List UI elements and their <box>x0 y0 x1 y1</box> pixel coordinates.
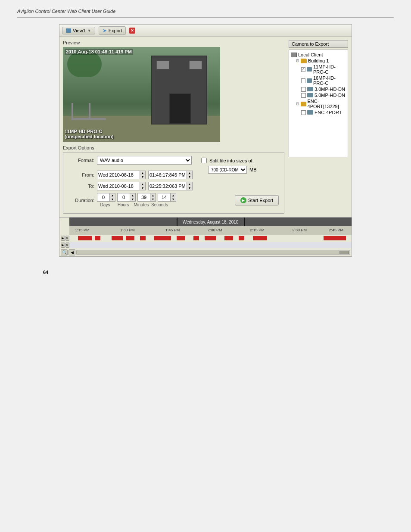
seconds-spinner[interactable]: ▲ ▼ <box>171 193 176 202</box>
tree-enc4port[interactable]: ENC-4PORT <box>291 109 346 115</box>
from-date-input[interactable] <box>97 171 140 179</box>
preview-area: 2010,Aug-18 01:48:11.419 PM 11MP-HD-PRO-… <box>63 47 220 142</box>
start-export-icon: ▶ <box>240 197 246 203</box>
tl-play-btn1[interactable]: ▶ <box>61 236 65 241</box>
camera-location: (unspecified location) <box>65 134 114 139</box>
hours-label: Hours <box>115 202 131 207</box>
minutes-spinner[interactable]: ▲ ▼ <box>150 193 156 202</box>
format-select[interactable]: WAV audio AVI MP4 Native <box>97 156 192 165</box>
hours-down[interactable]: ▼ <box>130 197 135 201</box>
camera-icon <box>66 28 71 33</box>
from-date-wrapper: ▲ ▼ <box>97 171 146 179</box>
options-right: Split file into sizes of: 700 (CD-ROM) 6… <box>201 156 279 210</box>
to-date-up[interactable]: ▲ <box>140 182 145 186</box>
5mp-checkbox[interactable] <box>301 93 306 98</box>
to-time-spinner[interactable]: ▲ ▼ <box>187 182 193 190</box>
preview-timestamp: 2010,Aug-18 01:48:11.419 PM <box>65 49 133 55</box>
11mp-checkbox[interactable]: ✓ <box>301 67 305 72</box>
5mp-label: 5.0MP-HD-DN <box>314 93 345 98</box>
from-date-spinner[interactable]: ▲ ▼ <box>140 171 146 179</box>
hours-up[interactable]: ▲ <box>130 193 135 197</box>
to-date-spinner[interactable]: ▲ ▼ <box>140 182 146 190</box>
seconds-input[interactable] <box>158 193 171 202</box>
timeline-track-row1: ▶ ⊕ <box>59 235 352 242</box>
to-date-down[interactable]: ▼ <box>140 186 145 190</box>
timeline-ruler[interactable]: 1:15 PM 1:30 PM 1:45 PM 2:00 PM 2:15 PM … <box>69 226 352 235</box>
scroll-bar[interactable] <box>76 250 350 255</box>
tl-play-btn2[interactable]: ▶ <box>61 243 65 248</box>
start-export-button[interactable]: ▶ Start Export <box>235 195 279 205</box>
tree-building1[interactable]: ⊟ Building 1 <box>291 58 346 64</box>
days-input[interactable] <box>97 193 110 202</box>
days-up[interactable]: ▲ <box>110 193 115 197</box>
from-date-up[interactable]: ▲ <box>140 171 145 175</box>
days-down[interactable]: ▼ <box>110 197 115 201</box>
to-date-input[interactable] <box>97 182 140 190</box>
tree-16mp[interactable]: 16MP-HD-PRO-C <box>291 75 346 86</box>
track-seg-7 <box>177 236 185 240</box>
playhead-to <box>244 218 245 226</box>
track-seg-4 <box>126 236 134 240</box>
tree-3mp[interactable]: 3.0MP-HD-DN <box>291 86 346 92</box>
split-checkbox[interactable] <box>201 158 207 163</box>
seconds-up[interactable]: ▲ <box>171 193 176 197</box>
from-time-down[interactable]: ▼ <box>187 175 192 179</box>
minutes-up[interactable]: ▲ <box>150 193 156 197</box>
16mp-label: 16MP-HD-PRO-C <box>313 75 346 86</box>
from-time-input[interactable] <box>148 171 187 179</box>
days-label: Days <box>97 202 113 207</box>
time-label-2: 1:45 PM <box>165 228 180 232</box>
cam-icon-16mp <box>307 78 312 83</box>
to-time-up[interactable]: ▲ <box>187 182 192 186</box>
view-tab[interactable]: View1 ▼ <box>62 27 95 34</box>
tl-expand-btn1[interactable]: ⊕ <box>65 236 70 241</box>
to-date-wrapper: ▲ ▼ <box>97 182 146 190</box>
export-button[interactable]: ➤ Export <box>99 26 126 35</box>
11mp-label: 11MP-HD-PRO-C <box>313 64 346 75</box>
app-window: View1 ▼ ➤ Export ✕ Preview <box>59 24 352 257</box>
track1[interactable] <box>69 235 352 241</box>
view-tab-label: View1 <box>73 28 86 33</box>
camera-tree[interactable]: Local Client ⊟ Building 1 ✓ 11MP-HD-PRO-… <box>289 50 348 157</box>
seconds-down[interactable]: ▼ <box>171 197 176 201</box>
tl-track-controls1: ▶ ⊕ <box>59 236 69 241</box>
to-time-down[interactable]: ▼ <box>187 186 192 190</box>
minutes-wrapper: ▲ ▼ <box>137 193 156 202</box>
page-number: 64 <box>17 270 394 275</box>
duration-fields: ▲ ▼ ▲ <box>97 193 176 207</box>
days-spinner[interactable]: ▲ ▼ <box>110 193 115 202</box>
timeline-section: Wednesday, August 18, 2010 1:15 PM 1:30 … <box>59 217 352 256</box>
split-size-select[interactable]: 700 (CD-ROM) 650 (CD-ROM) 4700 (DVD) <box>208 166 247 174</box>
tree-5mp[interactable]: 5.0MP-HD-DN <box>291 92 346 98</box>
toolbar: View1 ▼ ➤ Export ✕ <box>59 25 352 37</box>
hours-spinner[interactable]: ▲ ▼ <box>130 193 136 202</box>
enc4port-checkbox[interactable] <box>301 110 306 115</box>
tree-enc4port-group[interactable]: ⊟ ENC-4PORT[13229] <box>291 98 346 109</box>
enc-expand-icon: ⊟ <box>296 102 299 106</box>
minutes-down[interactable]: ▼ <box>150 197 156 201</box>
tl-expand-btn2[interactable]: ⊕ <box>65 243 70 248</box>
track2[interactable] <box>69 242 352 248</box>
building1-label: Building 1 <box>308 58 329 63</box>
minutes-input[interactable] <box>137 193 150 202</box>
from-label: From: <box>68 172 94 177</box>
tree-11mp[interactable]: ✓ 11MP-HD-PRO-C <box>291 64 346 75</box>
3mp-checkbox[interactable] <box>301 87 306 92</box>
tree-local-client[interactable]: Local Client <box>291 52 346 58</box>
from-time-spinner[interactable]: ▲ ▼ <box>187 171 193 179</box>
track-seg-10 <box>224 236 233 240</box>
from-time-up[interactable]: ▲ <box>187 171 192 175</box>
scroll-thumb[interactable] <box>339 251 349 254</box>
zoom-in-btn[interactable]: 🔍 <box>61 249 68 255</box>
16mp-checkbox[interactable] <box>301 78 305 83</box>
hours-input[interactable] <box>117 193 130 202</box>
track-seg-12 <box>253 236 267 240</box>
mb-label: MB <box>249 167 257 172</box>
time-label-5: 2:30 PM <box>292 228 307 232</box>
close-button[interactable]: ✕ <box>129 28 135 34</box>
zoom-out-btn[interactable]: ◀ <box>68 249 75 255</box>
to-time-input[interactable] <box>148 182 187 190</box>
from-date-down[interactable]: ▼ <box>140 175 145 179</box>
time-label-1: 1:30 PM <box>120 228 135 232</box>
camera-name-label: 11MP-HD-PRO-C (unspecified location) <box>65 129 114 139</box>
